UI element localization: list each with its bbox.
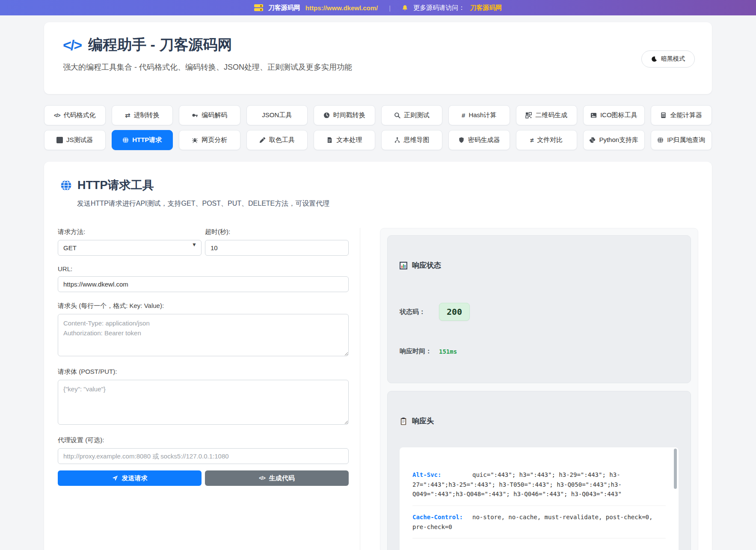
tool-subtitle: 发送HTTP请求进行API测试，支持GET、POST、PUT、DELETE方法，… (58, 199, 698, 208)
bell-icon (402, 5, 408, 11)
not-equal-icon: ≠ (530, 136, 534, 144)
topbar-site-link[interactable]: https://www.dkewl.com/ (305, 4, 378, 12)
code-icon: </> (259, 475, 265, 481)
http-tool-card: HTTP请求工具 发送HTTP请求进行API测试，支持GET、POST、PUT、… (44, 162, 712, 550)
header-name: Cache-Control: (412, 512, 472, 522)
tab-ico-tool[interactable]: ICO图标工具 (583, 105, 645, 125)
dark-mode-button[interactable]: 暗黑模式 (641, 50, 695, 68)
tab-password-gen[interactable]: 密码生成器 (448, 130, 510, 150)
coins-icon (254, 3, 263, 12)
globe-icon (122, 137, 129, 143)
calculator-icon (660, 112, 667, 118)
tab-regex-test[interactable]: 正则测试 (381, 105, 443, 125)
code-icon: </> (54, 112, 60, 118)
headers-label: 请求头 (每行一个，格式: Key: Value): (58, 302, 349, 310)
generate-code-label: 生成代码 (269, 474, 295, 482)
shield-icon (458, 137, 465, 143)
moon-icon (651, 56, 657, 62)
topbar-notice-link[interactable]: 刀客源码网 (470, 4, 502, 12)
body-label: 请求体 (POST/PUT): (58, 368, 349, 376)
tab-encode-decode[interactable]: 编码解码 (179, 105, 240, 125)
proxy-input[interactable] (58, 448, 349, 464)
tab-label: IP归属地查询 (667, 136, 705, 144)
key-icon (192, 112, 198, 118)
tab-js-tester[interactable]: JS JS测试器 (44, 130, 106, 150)
send-request-button[interactable]: 发送请求 (58, 470, 202, 486)
tab-label: 思维导图 (404, 136, 430, 144)
tab-code-format[interactable]: </> 代码格式化 (44, 105, 106, 125)
tab-label: ICO图标工具 (600, 111, 637, 119)
tab-mindmap[interactable]: 思维导图 (381, 130, 443, 150)
globe-icon (657, 137, 664, 143)
request-body-textarea[interactable] (58, 380, 349, 425)
tab-ip-lookup[interactable]: IP归属地查询 (651, 130, 712, 150)
topbar-site-name: 刀客源码网 (268, 4, 300, 12)
tool-title: HTTP请求工具 (77, 177, 154, 193)
tool-tabs-row-1: </> 代码格式化 ⇄ 进制转换 编码解码 JSON工具 时间戳转换 正则测试 … (44, 105, 712, 125)
response-headers-box: Alt-Svc:quic=":443"; h3=":443"; h3-29=":… (400, 447, 679, 550)
status-code-badge: 200 (439, 303, 470, 321)
response-status-title: 响应状态 (412, 260, 441, 270)
request-headers-textarea[interactable] (58, 314, 349, 356)
method-select[interactable]: GET ▼ (58, 240, 202, 256)
method-label: 请求方法: (58, 228, 202, 236)
page-title: 编程助手 - 刀客源码网 (88, 35, 232, 55)
request-form: 请求方法: GET ▼ 超时(秒): URL: (58, 228, 360, 550)
paper-plane-icon (112, 475, 118, 481)
timeout-input[interactable] (205, 240, 349, 256)
hash-icon: # (462, 112, 465, 119)
clipboard-icon (400, 417, 407, 425)
topbar-divider: | (389, 4, 391, 12)
header-card: </> 编程助手 - 刀客源码网 强大的编程工具集合 - 代码格式化、编码转换、… (44, 22, 712, 94)
tab-label: 正则测试 (404, 111, 430, 119)
js-icon: JS (56, 137, 63, 143)
tab-base-convert[interactable]: ⇄ 进制转换 (112, 105, 173, 125)
tab-timestamp[interactable]: 时间戳转换 (314, 105, 375, 125)
tab-label: 文本处理 (336, 136, 362, 144)
timeout-label: 超时(秒): (205, 228, 349, 236)
response-headers-card: 响应头 Alt-Svc:quic=":443"; h3=":443"; h3-2… (387, 391, 691, 550)
tab-text-process[interactable]: 文本处理 (314, 130, 375, 150)
document-icon (326, 137, 333, 143)
scrollbar-thumb[interactable] (674, 449, 677, 489)
image-icon (590, 112, 597, 118)
tab-qrcode[interactable]: 二维码生成 (516, 105, 578, 125)
bar-chart-icon (400, 262, 407, 269)
tab-label: 密码生成器 (468, 136, 500, 144)
topbar: 刀客源码网 https://www.dkewl.com/ | 更多源码请访问： … (0, 0, 756, 15)
spider-icon (192, 137, 198, 143)
response-headers-title: 响应头 (412, 416, 434, 426)
url-input[interactable] (58, 276, 349, 292)
eyedropper-icon (259, 137, 266, 143)
send-request-label: 发送请求 (122, 474, 148, 482)
code-icon: </> (63, 37, 81, 53)
tab-file-diff[interactable]: ≠ 文件对比 (516, 130, 578, 150)
globe-icon (60, 180, 72, 191)
python-icon (589, 137, 596, 143)
tab-label: 全能计算器 (670, 111, 702, 119)
clock-icon (323, 112, 330, 118)
chevron-down-icon: ▼ (192, 242, 197, 248)
tab-python-lib[interactable]: Python支持库 (583, 130, 645, 150)
tab-http-request[interactable]: HTTP请求 (112, 130, 173, 150)
qr-icon (525, 112, 532, 118)
tab-label: Python支持库 (599, 136, 638, 144)
tab-calculator[interactable]: 全能计算器 (651, 105, 712, 125)
tab-label: JS测试器 (66, 136, 93, 144)
tab-hash-calc[interactable]: # Hash计算 (448, 105, 510, 125)
header-row-alt-svc: Alt-Svc:quic=":443"; h3=":443"; h3-29=":… (412, 464, 666, 506)
header-name: Alt-Svc: (412, 470, 472, 480)
generate-code-button[interactable]: </> 生成代码 (205, 470, 349, 486)
mindmap-icon (394, 137, 400, 143)
tab-web-analyze[interactable]: 网页分析 (179, 130, 240, 150)
tab-label: 时间戳转换 (333, 111, 365, 119)
status-code-label: 状态码： (400, 308, 439, 316)
response-time-value: 151ms (439, 348, 457, 355)
tab-label: 代码格式化 (63, 111, 95, 119)
method-value: GET (63, 244, 77, 251)
tab-label: 二维码生成 (535, 111, 567, 119)
response-panel: 响应状态 状态码： 200 响应时间： 151ms (360, 228, 698, 550)
tool-tabs-row-2: JS JS测试器 HTTP请求 网页分析 取色工具 文本处理 思维导图 密码生成… (44, 130, 712, 150)
tab-color-picker[interactable]: 取色工具 (246, 130, 308, 150)
tab-json-tools[interactable]: JSON工具 (246, 105, 308, 125)
